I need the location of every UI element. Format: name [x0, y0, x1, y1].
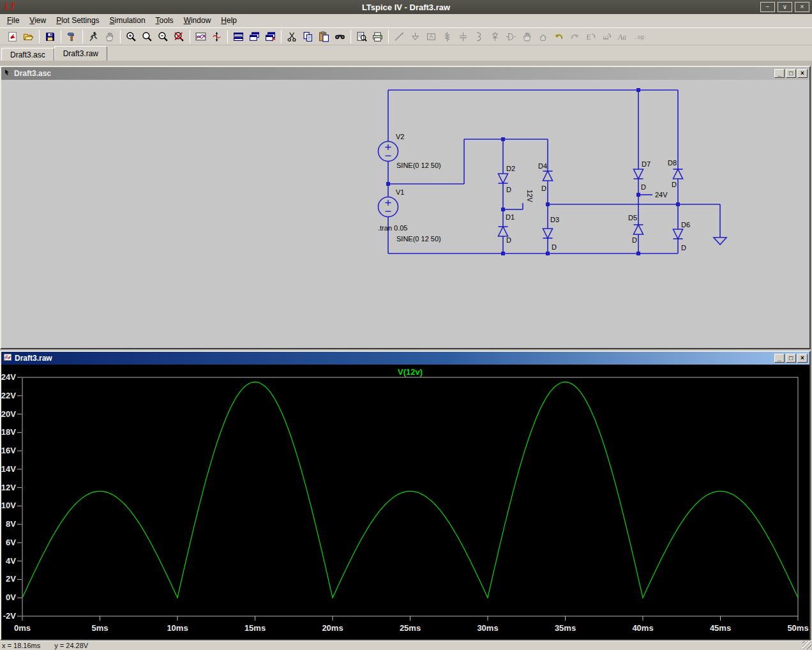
menu-tools[interactable]: Tools: [151, 15, 179, 27]
paste-button[interactable]: [316, 29, 332, 44]
tile-horizontal-button[interactable]: [230, 29, 246, 44]
schematic-minimize-button[interactable]: _: [774, 69, 785, 78]
toolbar-separator: [281, 30, 282, 43]
waveform-plot-canvas[interactable]: 24V22V20V18V16V14V12V10V8V6V4V2V0V-2V0ms…: [1, 365, 809, 639]
trace-legend[interactable]: V(12v): [398, 367, 423, 377]
diode-D1[interactable]: D1D: [499, 213, 515, 244]
y-tick-label: -2V: [3, 611, 17, 621]
drag-button: [535, 29, 551, 44]
component-button: [503, 29, 519, 44]
rotate-button: E: [599, 29, 615, 44]
tab-draft3.raw[interactable]: Draft3.raw: [54, 46, 107, 61]
plot-close-button[interactable]: ×: [797, 354, 808, 363]
zoom-in-button[interactable]: [123, 29, 139, 44]
plot-minimize-button[interactable]: _: [774, 354, 785, 363]
cascade-windows-icon: [249, 31, 260, 42]
cut-button[interactable]: [284, 29, 300, 44]
schematic-canvas[interactable]: D2DD1DD4DD3DD7DD5DD8DD6DV2SINE(0 12 50)V…: [1, 80, 809, 348]
x-tick-label: 45ms: [710, 623, 731, 633]
resize-grip[interactable]: [802, 641, 811, 649]
save-button[interactable]: [42, 29, 58, 44]
net-label-12v[interactable]: 12V: [526, 190, 534, 202]
ground-symbol[interactable]: [714, 238, 726, 245]
schematic-close-button[interactable]: ×: [797, 69, 808, 78]
print-icon: [372, 31, 383, 42]
control-panel-button[interactable]: [64, 29, 80, 44]
net-label-24v[interactable]: 24V: [655, 191, 668, 199]
menu-plot-settings[interactable]: Plot Settings: [51, 15, 104, 27]
diode-D3[interactable]: D3D: [543, 216, 560, 251]
ground-icon: [410, 31, 421, 42]
control-panel-icon: [66, 31, 77, 42]
capacitor-icon: [458, 31, 469, 42]
zoom-back-button[interactable]: [139, 29, 155, 44]
diode-D2[interactable]: D2D: [499, 165, 516, 193]
spice-directive-text[interactable]: .tran 0.05: [378, 224, 407, 232]
diode-model-label: D: [672, 181, 677, 188]
menu-simulation[interactable]: Simulation: [105, 15, 151, 27]
diode-D7[interactable]: D7D: [634, 160, 651, 191]
inductor-button: [471, 29, 487, 44]
diode-model-label: D: [506, 186, 511, 193]
junction-dot: [501, 252, 505, 255]
schematic-window-controls: _□×: [773, 69, 808, 78]
undo-button[interactable]: [551, 29, 567, 44]
maximize-button[interactable]: ∨: [778, 2, 792, 12]
print-button[interactable]: [370, 29, 386, 44]
tab-bar: Draft3.ascDraft3.raw: [0, 45, 812, 61]
arrange-windows-button[interactable]: [262, 29, 278, 44]
diode-D4[interactable]: D4D: [538, 162, 553, 192]
component-icon: [506, 31, 516, 42]
waveform-window-title-bar[interactable]: Draft3.raw _□×: [1, 352, 809, 365]
drag-icon: [538, 31, 548, 42]
cut-icon: [287, 31, 297, 42]
schematic-window-title-bar[interactable]: Draft3.asc _□×: [1, 67, 809, 80]
diode-D8[interactable]: D8D: [668, 159, 683, 188]
arrange-windows-icon: [265, 31, 276, 42]
y-tick-label: 8V: [6, 519, 16, 529]
run-button[interactable]: [86, 29, 102, 44]
zoom-out-button[interactable]: [155, 29, 171, 44]
y-tick-label: 16V: [1, 446, 16, 455]
x-tick-label: 15ms: [244, 623, 266, 633]
autorange-y-button[interactable]: [209, 29, 225, 44]
autorange-y-icon: [211, 31, 222, 42]
zoom-full-extents-button[interactable]: [171, 29, 187, 44]
diode-model-label: D: [681, 244, 686, 252]
junction-dot: [546, 252, 550, 255]
plot-settings-button[interactable]: [193, 29, 209, 44]
minimize-button[interactable]: −: [760, 2, 775, 12]
menu-file[interactable]: File: [2, 15, 24, 27]
cascade-windows-button[interactable]: [246, 29, 262, 44]
toolbar-separator: [39, 30, 40, 43]
print-preview-button[interactable]: [354, 29, 370, 44]
spice-directive-button: .op: [631, 29, 647, 44]
diode-D5[interactable]: D5D: [628, 214, 643, 244]
toolbar-separator: [227, 30, 228, 43]
menu-view[interactable]: View: [24, 15, 51, 27]
source-value-label: SINE(0 12 50): [396, 235, 441, 243]
plot-maximize-button[interactable]: □: [786, 354, 796, 363]
zoom-out-icon: [158, 31, 169, 42]
plot-border: [22, 377, 798, 616]
menu-window[interactable]: Window: [179, 15, 216, 27]
diode-model-label: D: [541, 185, 546, 192]
schematic-maximize-button[interactable]: □: [786, 69, 796, 78]
find-button[interactable]: [332, 29, 348, 44]
zoom-back-icon: [142, 31, 153, 42]
menu-help[interactable]: Help: [216, 15, 242, 27]
halt-button: [102, 29, 117, 44]
source-value-label: SINE(0 12 50): [396, 162, 441, 169]
tab-draft3.asc[interactable]: Draft3.asc: [1, 48, 54, 61]
new-schematic-button[interactable]: [4, 29, 20, 44]
y-tick-label: 22V: [1, 391, 16, 400]
waveform-trace[interactable]: [22, 382, 798, 598]
redo-icon: [569, 31, 580, 42]
y-tick-label: 12V: [1, 483, 16, 492]
diode-D6[interactable]: D6D: [673, 221, 691, 252]
y-tick-label: 6V: [6, 538, 16, 547]
copy-button[interactable]: [300, 29, 316, 44]
undo-icon: [553, 31, 564, 42]
open-button[interactable]: [20, 29, 36, 44]
close-button[interactable]: ×: [795, 2, 809, 12]
